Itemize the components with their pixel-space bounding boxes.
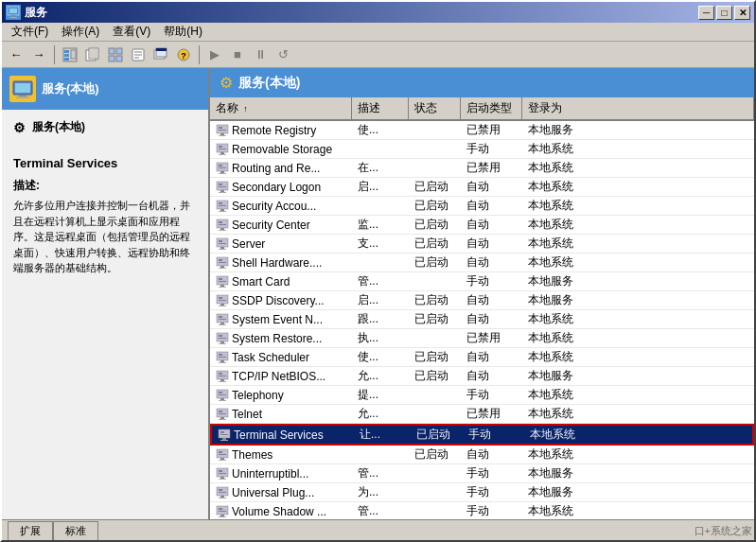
table-row[interactable]: Telephony 提... 手动 本地系统 <box>210 386 754 405</box>
table-row[interactable]: Volume Shadow ... 管... 手动 本地系统 <box>210 502 754 519</box>
svg-rect-28 <box>16 96 29 98</box>
svg-rect-75 <box>219 297 222 299</box>
menu-action[interactable]: 操作(A) <box>56 22 105 42</box>
cell-login: 本地系统 <box>522 140 754 158</box>
col-header-name[interactable]: 名称 ↑ <box>210 97 352 119</box>
table-row[interactable]: Task Scheduler 使... 已启动 自动 本地系统 <box>210 348 754 367</box>
svg-rect-89 <box>217 352 228 360</box>
svg-rect-65 <box>219 259 222 261</box>
cell-startup: 手动 <box>461 386 522 404</box>
table-row[interactable]: Smart Card 管... 手动 本地服务 <box>210 272 754 291</box>
svg-rect-61 <box>219 243 226 244</box>
view-tree-button[interactable] <box>60 44 80 65</box>
svg-rect-43 <box>219 173 226 174</box>
svg-rect-101 <box>219 394 226 395</box>
menu-help[interactable]: 帮助(H) <box>158 22 208 42</box>
cell-startup: 已禁用 <box>461 121 522 139</box>
cell-status: 已启动 <box>409 254 461 271</box>
table-row[interactable]: Routing and Re... 在... 已禁用 本地系统 <box>210 159 754 178</box>
svg-rect-131 <box>219 511 226 512</box>
svg-rect-30 <box>219 127 222 129</box>
cell-startup: 手动 <box>463 426 524 444</box>
cell-name: Themes <box>210 447 352 463</box>
svg-rect-68 <box>219 268 226 269</box>
status-tab-extended[interactable]: 扩展 <box>8 521 53 540</box>
col-header-login[interactable]: 登录为 <box>522 97 754 119</box>
close-button[interactable]: ✕ <box>734 6 750 20</box>
svg-rect-40 <box>219 165 222 166</box>
table-row[interactable]: Security Center 监... 已启动 自动 本地系统 <box>210 216 754 235</box>
services-table[interactable]: 名称 ↑ 描述 状态 启动类型 登录为 <box>210 97 754 519</box>
right-panel-title: 服务(本地) <box>238 75 300 92</box>
cell-startup: 手动 <box>461 464 522 482</box>
table-row[interactable]: Remote Registry 使... 已禁用 本地服务 <box>210 121 754 140</box>
svg-rect-86 <box>219 338 226 339</box>
table-row[interactable]: Removable Storage 手动 本地系统 <box>210 140 754 159</box>
cell-status: 已启动 <box>409 291 461 309</box>
cell-startup: 手动 <box>461 483 522 501</box>
svg-rect-115 <box>219 451 222 453</box>
svg-rect-108 <box>219 419 226 420</box>
menu-file[interactable]: 文件(F) <box>6 22 54 42</box>
status-tab-standard[interactable]: 标准 <box>53 521 98 540</box>
left-panel: 服务(本地) ⚙ 服务(本地) Terminal Services 描述: 允许… <box>2 68 210 519</box>
cell-status: 已启动 <box>411 426 463 444</box>
cell-name: Secondary Logon <box>210 180 352 195</box>
svg-rect-98 <box>219 381 226 382</box>
restart-button[interactable]: ↺ <box>273 44 293 65</box>
table-row[interactable]: Uninterruptibl... 管... 手动 本地服务 <box>210 464 754 483</box>
new-window-button[interactable] <box>150 44 171 65</box>
cell-login: 本地系统 <box>522 178 754 196</box>
svg-rect-32 <box>220 133 224 135</box>
properties-button[interactable] <box>128 44 149 65</box>
svg-rect-34 <box>217 144 228 152</box>
col-header-desc[interactable]: 描述 <box>352 97 409 119</box>
tree-item-local[interactable]: ⚙ 服务(本地) <box>9 117 201 137</box>
table-row[interactable]: SSDP Discovery... 启... 已启动 自动 本地服务 <box>210 291 754 310</box>
table-row[interactable]: Server 支... 已启动 自动 本地系统 <box>210 235 754 254</box>
service-icon <box>216 219 229 232</box>
cell-login: 本地系统 <box>522 502 754 519</box>
back-button[interactable]: ← <box>6 44 26 65</box>
cell-status: 已启动 <box>409 348 461 366</box>
table-row[interactable]: TCP/IP NetBIOS... 允... 已启动 自动 本地服务 <box>210 367 754 386</box>
forward-button[interactable]: → <box>28 44 49 65</box>
svg-rect-129 <box>217 506 228 515</box>
table-row[interactable]: Universal Plug... 为... 手动 本地服务 <box>210 483 754 502</box>
table-row[interactable]: Terminal Services 让... 已启动 手动 本地系统 <box>210 424 754 446</box>
svg-rect-125 <box>219 489 222 491</box>
cell-desc: 允... <box>352 367 409 385</box>
copy-button[interactable] <box>82 44 103 65</box>
table-row[interactable]: System Event N... 跟... 已启动 自动 本地系统 <box>210 310 754 329</box>
cell-startup: 自动 <box>461 216 522 234</box>
table-row[interactable]: System Restore... 执... 已禁用 本地系统 <box>210 329 754 348</box>
stop-button[interactable]: ■ <box>227 44 248 65</box>
view-button[interactable] <box>105 44 126 65</box>
pause-button[interactable]: ⏸ <box>250 44 271 65</box>
selected-service-name: Terminal Services <box>13 156 197 170</box>
table-row[interactable]: Themes 已启动 自动 本地系统 <box>210 446 754 464</box>
table-row[interactable]: Security Accou... 已启动 自动 本地系统 <box>210 197 754 216</box>
minimize-button[interactable]: ─ <box>698 6 714 20</box>
col-header-startup[interactable]: 启动类型 <box>461 97 522 119</box>
svg-rect-94 <box>217 371 228 379</box>
cell-status: 已启动 <box>409 446 461 463</box>
play-button[interactable]: ▶ <box>204 44 225 65</box>
service-icon <box>216 389 229 402</box>
maximize-button[interactable]: □ <box>716 6 732 20</box>
cell-desc: 在... <box>352 159 409 177</box>
help-button[interactable]: ? <box>173 44 194 65</box>
cell-status: 已启动 <box>409 235 461 253</box>
svg-rect-11 <box>90 49 97 58</box>
cell-desc <box>352 149 409 150</box>
menu-view[interactable]: 查看(V) <box>107 22 156 42</box>
table-header: 名称 ↑ 描述 状态 启动类型 登录为 <box>210 97 754 121</box>
table-row[interactable]: Shell Hardware.... 已启动 自动 本地系统 <box>210 254 754 272</box>
toolbar-sep-2 <box>199 45 200 64</box>
title-bar: 服务 ─ □ ✕ <box>2 2 754 23</box>
cell-login: 本地系统 <box>522 197 754 215</box>
table-row[interactable]: Telnet 允... 已禁用 本地系统 <box>210 405 754 424</box>
col-header-status[interactable]: 状态 <box>409 97 461 119</box>
table-row[interactable]: Secondary Logon 启... 已启动 自动 本地系统 <box>210 178 754 197</box>
cell-name: Telephony <box>210 388 352 403</box>
